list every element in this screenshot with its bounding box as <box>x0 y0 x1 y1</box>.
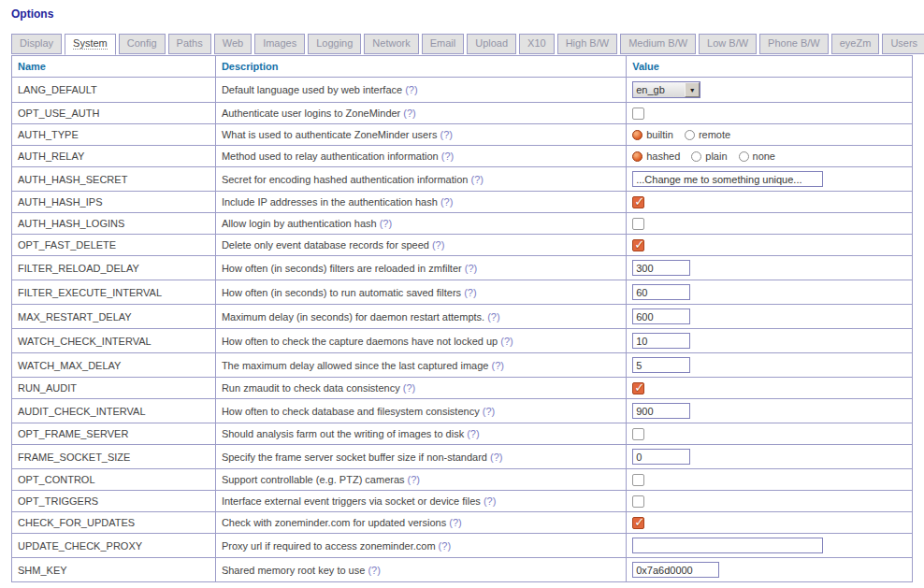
tab-config[interactable]: Config <box>119 34 166 54</box>
checkbox-unchecked[interactable] <box>632 218 644 230</box>
description-text: What is used to authenticate ZoneMinder … <box>222 129 438 140</box>
help-link[interactable]: (?) <box>487 311 499 323</box>
option-value <box>627 512 913 534</box>
option-name: CHECK_FOR_UPDATES <box>12 512 216 534</box>
help-link[interactable]: (?) <box>405 84 417 95</box>
value-input[interactable] <box>632 403 690 419</box>
help-link[interactable]: (?) <box>380 218 392 229</box>
tab-paths[interactable]: Paths <box>168 34 211 54</box>
value-input[interactable] <box>632 260 690 276</box>
option-row-filter_execute_interval: FILTER_EXECUTE_INTERVALHow often (in sec… <box>12 280 913 305</box>
option-value <box>627 378 913 399</box>
description-text: Default language used by web interface <box>222 84 402 95</box>
option-row-auth_type: AUTH_TYPEWhat is used to authenticate Zo… <box>12 124 913 146</box>
option-row-audit_check_interval: AUDIT_CHECK_INTERVALHow often to check d… <box>12 399 913 423</box>
help-link[interactable]: (?) <box>368 565 380 576</box>
help-link[interactable]: (?) <box>408 474 420 485</box>
help-link[interactable]: (?) <box>484 495 496 507</box>
option-description: Default language used by web interface (… <box>215 78 626 103</box>
description-text: Run zmaudit to check data consistency <box>222 382 400 394</box>
radio-builtin[interactable] <box>632 130 642 140</box>
tab-upload[interactable]: Upload <box>467 34 516 54</box>
value-input[interactable] <box>632 562 719 578</box>
help-link[interactable]: (?) <box>465 263 477 274</box>
option-description: Check with zoneminder.com for updated ve… <box>215 512 626 534</box>
checkbox-unchecked[interactable] <box>632 108 644 120</box>
value-input[interactable] <box>632 538 823 553</box>
chevron-down-icon[interactable]: ▼ <box>685 82 700 97</box>
option-value <box>627 353 913 378</box>
description-text: Check with zoneminder.com for updated ve… <box>222 517 446 528</box>
tab-low-b-w[interactable]: Low B/W <box>699 34 757 54</box>
help-link[interactable]: (?) <box>403 108 415 119</box>
checkbox-checked[interactable] <box>632 382 644 394</box>
help-link[interactable]: (?) <box>490 452 502 463</box>
checkbox-checked[interactable] <box>632 196 644 208</box>
option-description: Delete only event database records for s… <box>215 235 626 256</box>
help-link[interactable]: (?) <box>467 428 479 439</box>
option-row-auth_hash_ips: AUTH_HASH_IPSInclude IP addresses in the… <box>12 192 913 213</box>
value-input[interactable] <box>632 449 690 465</box>
help-link[interactable]: (?) <box>449 517 461 528</box>
description-text: Maximum delay (in seconds) for daemon re… <box>222 311 484 323</box>
tab-display[interactable]: Display <box>11 34 62 54</box>
tab-web[interactable]: Web <box>214 34 252 54</box>
option-description: Support controllable (e.g. PTZ) cameras … <box>215 469 626 491</box>
option-name: FRAME_SOCKET_SIZE <box>12 445 216 469</box>
option-value: hashedplainnone <box>627 146 913 167</box>
column-header-name: Name <box>12 56 216 78</box>
tab-email[interactable]: Email <box>422 34 465 54</box>
value-input[interactable] <box>632 357 690 373</box>
tab-medium-b-w[interactable]: Medium B/W <box>620 34 696 54</box>
help-link[interactable]: (?) <box>471 174 484 185</box>
help-link[interactable]: (?) <box>491 360 503 371</box>
help-link[interactable]: (?) <box>500 336 513 347</box>
option-value <box>627 445 913 469</box>
tab-users[interactable]: Users <box>882 34 924 54</box>
tab-logging[interactable]: Logging <box>308 34 361 54</box>
radio-plain[interactable] <box>691 151 701 162</box>
tab-network[interactable]: Network <box>364 34 418 54</box>
radio-hashed[interactable] <box>632 151 642 162</box>
value-input[interactable] <box>632 308 690 324</box>
option-description: Maximum delay (in seconds) for daemon re… <box>215 305 626 329</box>
tab-images[interactable]: Images <box>254 34 305 54</box>
help-link[interactable]: (?) <box>440 129 452 140</box>
radio-remote[interactable] <box>685 130 695 140</box>
language-select[interactable]: en_gb▼ <box>632 81 700 98</box>
value-input[interactable] <box>632 333 690 349</box>
description-text: The maximum delay allowed since the last… <box>222 360 489 371</box>
help-link[interactable]: (?) <box>439 540 451 552</box>
tab-label: Paths <box>177 37 203 49</box>
tab-label: High B/W <box>566 37 609 49</box>
value-input[interactable] <box>632 284 690 300</box>
option-row-frame_socket_size: FRAME_SOCKET_SIZESpecify the frame serve… <box>12 445 913 469</box>
description-text: Authenticate user logins to ZoneMinder <box>222 108 400 119</box>
help-link[interactable]: (?) <box>440 196 453 208</box>
option-value <box>627 256 913 280</box>
option-value <box>627 235 913 256</box>
tab-eyezm[interactable]: eyeZm <box>831 34 880 54</box>
option-name: OPT_USE_AUTH <box>12 103 216 124</box>
radio-none[interactable] <box>739 151 749 162</box>
checkbox-unchecked[interactable] <box>632 474 644 486</box>
option-name: AUTH_HASH_LOGINS <box>12 213 216 235</box>
tab-phone-b-w[interactable]: Phone B/W <box>759 34 829 54</box>
tab-system[interactable]: System <box>65 34 116 55</box>
checkbox-checked[interactable] <box>632 239 644 251</box>
checkbox-unchecked[interactable] <box>632 495 644 508</box>
help-link[interactable]: (?) <box>441 151 454 162</box>
tab-high-b-w[interactable]: High B/W <box>557 34 617 54</box>
help-link[interactable]: (?) <box>432 239 444 251</box>
help-link[interactable]: (?) <box>483 406 495 417</box>
value-input[interactable] <box>632 171 823 187</box>
tab-x10[interactable]: X10 <box>519 34 555 54</box>
tab-label: eyeZm <box>840 37 872 49</box>
option-name: WATCH_CHECK_INTERVAL <box>12 329 216 353</box>
option-description: Specify the frame server socket buffer s… <box>215 445 626 469</box>
help-link[interactable]: (?) <box>464 287 476 298</box>
help-link[interactable]: (?) <box>403 382 415 394</box>
checkbox-checked[interactable] <box>632 517 644 529</box>
checkbox-unchecked[interactable] <box>632 428 644 440</box>
column-header-value: Value <box>627 56 913 78</box>
